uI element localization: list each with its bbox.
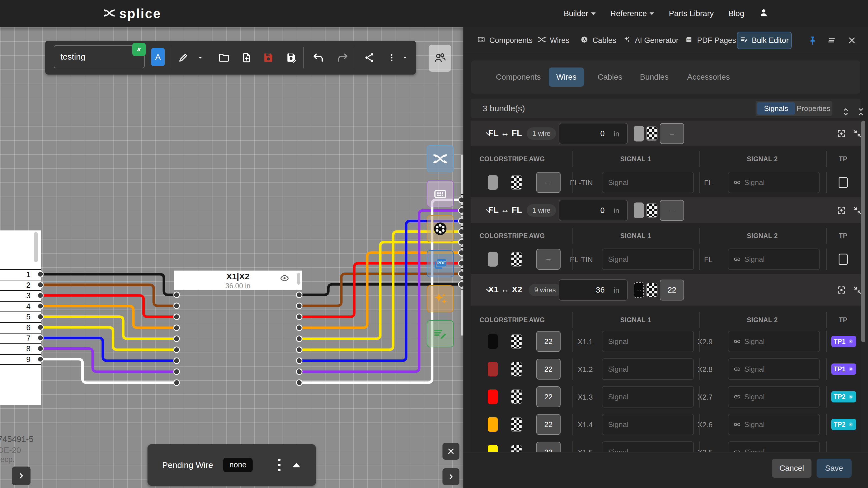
share-icon[interactable] — [361, 41, 377, 74]
signal2-input[interactable]: Signal — [728, 249, 820, 270]
tab-bulk-editor[interactable]: Bulk Editor — [737, 32, 792, 49]
tab-cables[interactable]: Cables — [580, 27, 616, 54]
table-dot-left-4[interactable] — [174, 325, 179, 331]
table-dot-right-7[interactable] — [297, 358, 302, 363]
wire-color-swatch[interactable] — [488, 389, 498, 404]
close-canvas-button[interactable] — [442, 443, 459, 460]
pin-dot-left-9[interactable] — [38, 356, 43, 362]
pin-dot-x2-7[interactable] — [459, 260, 463, 266]
pin-dot-x2-6[interactable] — [459, 250, 463, 256]
pin-dot-x2-5[interactable] — [459, 239, 463, 245]
tp-checkbox[interactable] — [839, 177, 848, 188]
collapse-bundle-icon[interactable] — [852, 129, 862, 140]
subtab-bundles[interactable]: Bundles — [640, 60, 669, 94]
draw-tool-dropdown-icon[interactable] — [194, 41, 206, 74]
bulk-tool-button[interactable] — [427, 320, 454, 347]
wire-stripe-swatch[interactable] — [511, 389, 522, 404]
user-icon[interactable] — [759, 8, 769, 20]
bundle-length-input[interactable]: 0in — [559, 123, 628, 144]
tp-checkbox[interactable] — [839, 254, 848, 265]
pin-dot-left-5[interactable] — [38, 314, 43, 319]
table-dot-right-4[interactable] — [297, 325, 302, 331]
new-file-icon[interactable] — [239, 41, 255, 74]
tab-wires[interactable]: Wires — [537, 27, 569, 54]
pending-wire-value[interactable]: none — [223, 458, 253, 472]
open-project-icon[interactable] — [215, 41, 232, 74]
table-dot-right-8[interactable] — [297, 369, 302, 375]
table-dot-right-3[interactable] — [297, 314, 302, 320]
remove-tp-icon[interactable] — [848, 366, 854, 372]
bundle-header[interactable]: X1 ↔ X29 wires36in…22 — [471, 274, 861, 305]
subtab-cables[interactable]: Cables — [598, 60, 622, 94]
bundle-awg-button[interactable]: – — [660, 123, 684, 144]
pending-wire-menu-icon[interactable] — [278, 459, 281, 471]
nav-item-parts-library[interactable]: Parts Library — [669, 9, 714, 18]
splice-tool-button[interactable] — [427, 145, 454, 172]
pin-dot-x2-4[interactable] — [459, 229, 463, 234]
logo[interactable]: splice — [103, 0, 161, 27]
signal2-input[interactable]: Signal — [728, 414, 820, 435]
signal2-input[interactable]: Signal — [728, 386, 820, 408]
bundle-length-input[interactable]: 36in — [559, 279, 628, 301]
collaborators-button[interactable] — [429, 44, 451, 72]
close-panel-icon[interactable] — [847, 27, 857, 54]
focus-bundle-icon[interactable] — [836, 129, 846, 140]
save-icon[interactable] — [260, 41, 277, 74]
wire-color-swatch[interactable] — [488, 252, 498, 267]
cancel-button[interactable]: Cancel — [772, 459, 811, 478]
nav-item-reference[interactable]: Reference — [610, 9, 654, 18]
nav-item-blog[interactable]: Blog — [728, 9, 744, 18]
pin-dot-x2-1[interactable] — [459, 197, 463, 203]
table-dot-right-9[interactable] — [297, 380, 302, 386]
tp-badge[interactable]: TP1 — [831, 363, 856, 375]
table-dot-right-1[interactable] — [297, 292, 302, 298]
focus-bundle-icon[interactable] — [836, 285, 846, 296]
pending-wire-collapse-icon[interactable] — [292, 463, 300, 467]
pin-dot-left-1[interactable] — [38, 271, 43, 277]
tp-badge[interactable]: TP1 — [831, 336, 856, 347]
pin-dot-left-7[interactable] — [38, 335, 43, 341]
table-dot-left-9[interactable] — [174, 380, 179, 386]
draw-tool-icon[interactable] — [175, 41, 191, 74]
pin-dot-x2-2[interactable] — [459, 207, 463, 213]
save-button[interactable]: Save — [816, 459, 851, 478]
menu-icon[interactable] — [827, 27, 837, 54]
signal2-input[interactable]: Signal — [728, 331, 820, 352]
pin-dot-left-4[interactable] — [38, 303, 43, 309]
bundle-header[interactable]: FL ↔ FL1 wire0in– — [471, 121, 861, 146]
more-options-icon[interactable] — [384, 41, 399, 74]
bundle-color-swatch[interactable] — [634, 202, 644, 218]
tp-badge[interactable]: TP2 — [831, 391, 856, 402]
save-as-icon[interactable] — [283, 41, 300, 74]
wire-color-swatch[interactable] — [488, 417, 498, 432]
wire-stripe-swatch[interactable] — [511, 252, 522, 267]
collapse-bundle-icon[interactable] — [852, 205, 862, 217]
table-dot-left-6[interactable] — [174, 347, 179, 352]
wire-color-swatch[interactable] — [488, 334, 498, 349]
bundle-color-swatch[interactable]: … — [634, 282, 644, 298]
bundle-length-input[interactable]: 0in — [559, 200, 628, 221]
signal2-input[interactable]: Signal — [728, 172, 820, 193]
pdf-tool-button[interactable]: PDF — [427, 250, 454, 277]
remove-tp-icon[interactable] — [848, 338, 854, 345]
signal2-input[interactable]: Signal — [728, 358, 820, 380]
connector-tool-button[interactable] — [427, 215, 454, 242]
table-dot-left-5[interactable] — [174, 336, 179, 342]
subtab-components[interactable]: Components — [496, 60, 541, 94]
table-dot-right-6[interactable] — [297, 347, 302, 352]
wire-stripe-swatch[interactable] — [511, 417, 522, 432]
bundle-stripe-swatch[interactable] — [646, 203, 657, 218]
collapse-bundle-icon[interactable] — [852, 285, 862, 296]
pin-dot-left-3[interactable] — [38, 293, 43, 298]
remove-tp-icon[interactable] — [848, 421, 854, 428]
panel-scrollbar[interactable] — [861, 121, 865, 342]
toolbar-dropdown-icon[interactable] — [399, 41, 411, 74]
annotation-button[interactable]: A — [151, 48, 165, 66]
pin-icon[interactable] — [808, 27, 818, 54]
pin-dot-x2-9[interactable] — [459, 282, 463, 287]
toggle-signals[interactable]: Signals — [757, 102, 795, 115]
toggle-properties[interactable]: Properties — [795, 101, 832, 116]
pin-dot-left-8[interactable] — [38, 346, 43, 351]
sync-badge[interactable] — [132, 43, 146, 56]
tab-pdf-pages[interactable]: PDFPDF Pages — [685, 27, 736, 54]
